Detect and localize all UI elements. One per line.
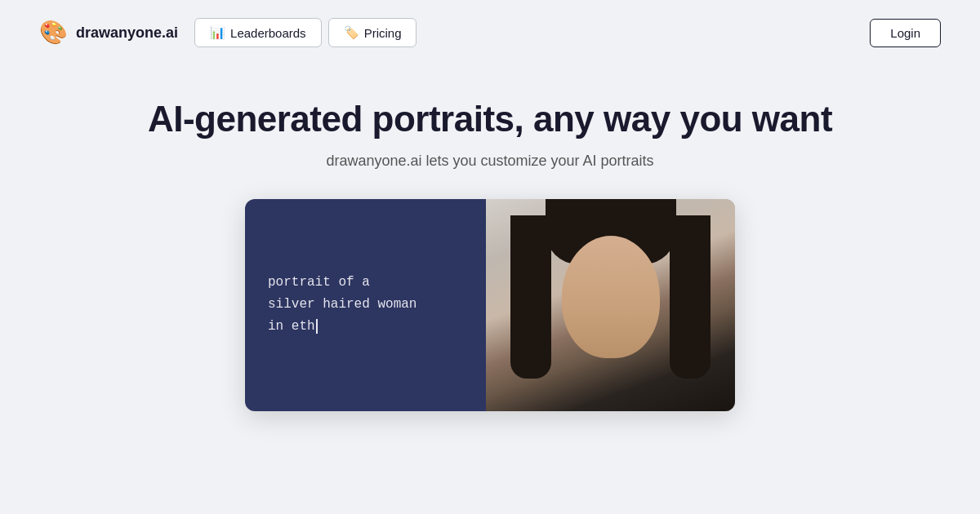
face-layer [486,199,735,411]
hero-subtitle: drawanyone.ai lets you customize your AI… [326,153,653,170]
text-cursor [316,319,318,334]
hero-title: AI-generated portraits, any way you want [148,98,832,141]
pricing-label: Pricing [364,26,402,40]
demo-card: portrait of a silver haired woman in eth [245,199,735,411]
pricing-icon: 🏷️ [344,25,359,40]
logo-icon: 🎨 [39,21,68,44]
leaderboards-icon: 📊 [210,25,225,40]
leaderboards-label: Leaderboards [230,26,306,40]
face-oval [562,236,660,358]
prompt-text: portrait of a silver haired woman in eth [268,272,416,339]
login-button[interactable]: Login [870,19,941,47]
portrait-preview [486,199,735,411]
logo[interactable]: 🎨 drawanyone.ai [39,21,178,44]
nav-buttons: 📊 Leaderboards 🏷️ Pricing [194,18,416,47]
photo-placeholder [486,199,735,411]
hair-right [670,215,710,379]
pricing-button[interactable]: 🏷️ Pricing [328,18,417,47]
prompt-area: portrait of a silver haired woman in eth [245,199,486,411]
hair-left [510,215,551,379]
logo-text: drawanyone.ai [76,24,178,42]
leaderboards-button[interactable]: 📊 Leaderboards [194,18,322,47]
